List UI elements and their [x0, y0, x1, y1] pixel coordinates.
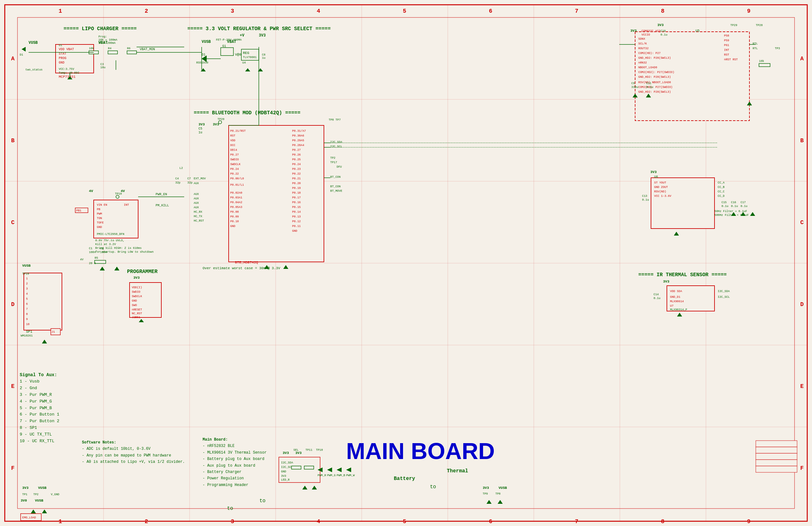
svg-text:P0.18: P0.18 [292, 191, 301, 194]
svg-text:10u: 10u [100, 66, 105, 69]
svg-marker-303 [750, 212, 755, 216]
svg-text:SEL: SEL [293, 449, 299, 452]
svg-text:VUSB: VUSB [35, 499, 44, 502]
svg-text:STAT: STAT [59, 52, 67, 56]
svg-rect-367 [756, 453, 797, 460]
svg-text:Bring kill HIGH: Z is 610ms: Bring kill HIGH: Z is 610ms [95, 247, 142, 250]
svg-rect-365 [756, 441, 797, 447]
svg-text:for startup. Bring LOW to shut: for startup. Bring LOW to shutdown [95, 250, 154, 254]
svg-text:VUSB: VUSB [498, 486, 507, 490]
svg-rect-305 [667, 286, 714, 311]
svg-text:2: 2 [26, 282, 28, 286]
svg-text:DEC4: DEC4 [230, 149, 237, 152]
svg-text:EMO_STATUS: EMO_STATUS [759, 441, 776, 445]
svg-marker-96 [245, 68, 250, 71]
svg-text:9: 9 [747, 8, 751, 14]
svg-text:D1: D1 [202, 53, 205, 57]
svg-text:RSV(ND): RSV(ND) [654, 190, 666, 193]
svg-text:P0.17: P0.17 [292, 196, 301, 199]
svg-text:P0.09: P0.09 [230, 215, 239, 218]
svg-text:P0.24: P0.24 [292, 163, 301, 166]
svg-marker-300 [674, 232, 679, 236]
svg-text:C9: C9 [631, 82, 635, 85]
svg-text:4V: 4V [80, 258, 84, 261]
svg-text:1u: 1u [199, 131, 202, 134]
svg-text:VIN    EN: VIN EN [97, 204, 107, 207]
svg-text:EXT_MOV: EXT_MOV [194, 177, 206, 180]
svg-marker-338 [346, 468, 351, 472]
svg-text:AUX: AUX [194, 182, 199, 185]
svg-rect-101 [229, 126, 324, 262]
svg-text:BT_CON: BT_CON [759, 449, 769, 452]
svg-text:PWM_G: PWM_G [327, 474, 336, 477]
svg-text:4: 4 [317, 518, 320, 525]
svg-text:Thermal: Thermal [447, 468, 468, 474]
svg-text:U4: U4 [242, 61, 246, 64]
svg-text:A: A [800, 56, 804, 62]
svg-text:P0.10: P0.10 [230, 220, 239, 223]
svg-text:C16: C16 [731, 201, 736, 204]
svg-text:C4: C4 [175, 177, 179, 180]
svg-rect-329 [304, 466, 314, 469]
svg-text:PWM_R: PWM_R [318, 474, 327, 477]
svg-text:nRESET: nRESET [132, 308, 142, 311]
svg-text:8: 8 [661, 8, 665, 14]
svg-text:3V3: 3V3 [282, 451, 289, 455]
svg-text:C17: C17 [741, 201, 745, 204]
svg-text:HC_RX: HC_RX [194, 210, 203, 214]
svg-text:EMO_LOAD: EMO_LOAD [22, 516, 36, 519]
svg-text:BT_FAILT: BT_FAILT [759, 469, 773, 473]
svg-text:SWDCLK: SWDCLK [132, 295, 142, 298]
svg-marker-356 [31, 510, 36, 513]
svg-text:0.8V Thr.to UVLO,: 0.8V Thr.to UVLO, [95, 239, 125, 242]
svg-text:+V: +V [240, 33, 245, 38]
svg-text:3V3: 3V3 [657, 23, 664, 27]
svg-marker-332 [318, 468, 322, 472]
svg-text:GND_HD2: P28(SWCL3): GND_HD2: P28(SWCL3) [638, 57, 671, 60]
svg-text:P59: P59 [724, 39, 729, 42]
svg-text:P0.11: P0.11 [292, 225, 301, 228]
svg-text:two_status: two_status [25, 68, 43, 71]
svg-text:===== LIPO CHARGER =====: ===== LIPO CHARGER ===== [63, 26, 136, 32]
svg-text:C: C [800, 219, 804, 226]
svg-rect-213 [95, 260, 106, 263]
svg-text:TP2: TP2 [330, 157, 335, 160]
svg-text:C: C [11, 219, 15, 226]
svg-text:3: 3 [26, 287, 28, 290]
svg-text:GND: GND [281, 470, 286, 473]
svg-text:2: 2 [145, 8, 148, 14]
svg-text:VUSB: VUSB [38, 486, 47, 490]
svg-text:AUX: AUX [194, 197, 199, 200]
svg-text:4: 4 [317, 8, 320, 14]
svg-text:3: 3 [231, 518, 234, 525]
svg-text:VUSB: VUSB [202, 40, 211, 44]
svg-text:GND_HD2: P28(SWCL3): GND_HD2: P28(SWCL3) [638, 75, 671, 79]
svg-text:VCCIO: VCCIO [641, 33, 650, 36]
svg-text:TP9: TP9 [483, 492, 488, 496]
svg-text:F: F [11, 465, 15, 471]
svg-text:8: 8 [26, 313, 28, 316]
svg-text:I2C_SDA: I2C_SDA [718, 290, 730, 293]
svg-text:BT_SWLD: BT_SWLD [759, 455, 771, 459]
svg-text:10: 10 [26, 323, 30, 326]
svg-text:5: 5 [403, 518, 406, 525]
svg-text:3V3: 3V3 [295, 451, 302, 455]
svg-marker-330 [302, 486, 307, 490]
svg-marker-218 [100, 267, 105, 271]
svg-marker-278 [747, 102, 752, 105]
svg-text:5: 5 [26, 297, 28, 301]
svg-text:I2C_SDA: I2C_SDA [281, 461, 293, 464]
svg-text:CC_C: CC_C [718, 190, 725, 193]
svg-rect-61 [89, 51, 99, 54]
svg-text:GND: GND [230, 225, 235, 228]
svg-text:3V3: 3V3 [281, 474, 286, 478]
svg-marker-375 [498, 500, 503, 504]
svg-text:SCL/K: SCL/K [638, 42, 647, 45]
svg-text:R6: R6 [127, 47, 131, 50]
svg-text:10k: 10k [89, 47, 94, 50]
svg-text:4V: 4V [89, 189, 93, 193]
svg-text:P0.27: P0.27 [230, 153, 239, 157]
svg-marker-276 [633, 94, 638, 98]
svg-text:I2C_SCL: I2C_SCL [718, 295, 730, 299]
svg-text:100n: 100n [100, 251, 107, 254]
